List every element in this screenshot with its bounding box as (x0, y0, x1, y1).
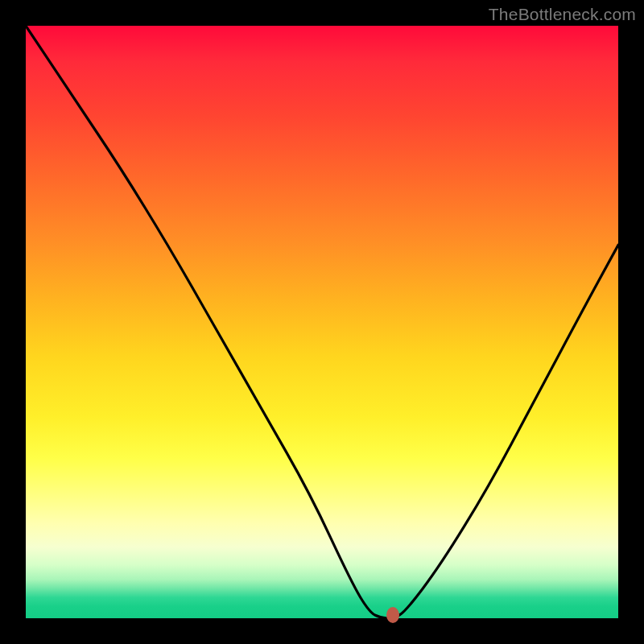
watermark-text: TheBottleneck.com (489, 5, 636, 24)
plot-area (26, 26, 618, 618)
curve-path (26, 26, 618, 618)
optimum-marker (386, 607, 399, 623)
chart-frame: TheBottleneck.com (0, 0, 644, 644)
bottleneck-curve (26, 26, 618, 618)
